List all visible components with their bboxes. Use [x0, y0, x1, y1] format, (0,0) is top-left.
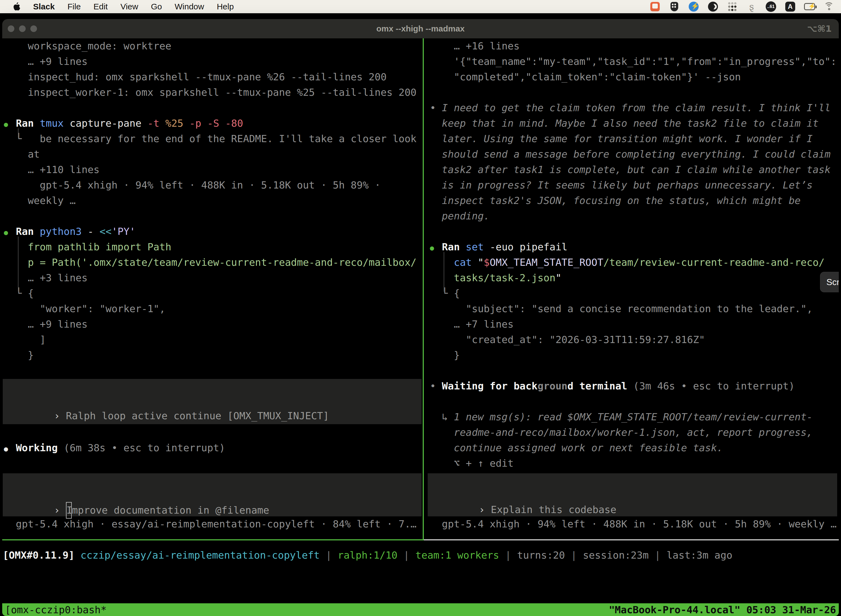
terminal-line: cat "$OMX_TEAM_STATE_ROOT/team/review-cu…	[430, 255, 838, 270]
terminal-line: "worker": "worker-1",	[4, 301, 422, 317]
terminal-text-segment: ●	[4, 441, 10, 457]
desktop: Slack File Edit View Go Window Help ȿ ..…	[0, 0, 841, 616]
terminal-text-segment: ralph:1/10	[338, 550, 398, 561]
terminal-window: omx --xhigh --madmax ⌥⌘1 workspace_mode:…	[2, 19, 839, 616]
apple-menu-icon[interactable]	[13, 2, 21, 11]
terminal-text-segment	[10, 226, 16, 237]
screenshot-icon[interactable]	[649, 1, 661, 12]
left-pane-scrollback[interactable]: workspace_mode: worktree … +9 lines insp…	[4, 38, 422, 363]
menu-file[interactable]: File	[67, 2, 81, 11]
terminal-line: continue assigned work or next feasible …	[430, 440, 838, 456]
terminal-text-segment: |	[499, 550, 517, 561]
terminal-text-segment: set	[466, 241, 484, 252]
menu-go[interactable]: Go	[151, 2, 162, 11]
terminal-text-segment	[219, 117, 225, 129]
left-prompt-input[interactable]: › Improve documentation in @filename	[3, 473, 422, 516]
right-pane-scrollback[interactable]: … +16 lines '{"team_name":"my-team","tas…	[430, 38, 838, 471]
menu-window[interactable]: Window	[175, 2, 204, 11]
terminal-text-segment	[430, 427, 454, 438]
terminal-text-segment	[34, 117, 40, 129]
terminal-text-segment	[75, 550, 81, 561]
terminal-text-segment: 'PY'	[111, 226, 135, 237]
connector-line	[18, 128, 19, 138]
tmux-pane-divider[interactable]	[423, 38, 424, 540]
terminal-line: … +3 lines	[4, 270, 422, 286]
terminal-line: ● Ran python3 - <<'PY'	[4, 224, 422, 239]
battery-icon[interactable]	[804, 1, 815, 12]
terminal-line: '{"team_name":"my-team","task_id":"1","f…	[430, 54, 838, 69]
terminal-text-segment: Waiting for back	[442, 380, 538, 392]
shield-grid-icon[interactable]	[669, 1, 680, 12]
terminal-text-segment	[460, 241, 466, 252]
right-model-status: gpt-5.4 xhigh · 94% left · 488K in · 5.1…	[430, 516, 837, 532]
tmux-session-label[interactable]: [omx-cczip0:bash*	[2, 604, 107, 616]
right-prompt-input[interactable]: › Explain this codebase	[428, 473, 837, 516]
terminal-text-segment: keep that in mind. Maybe I also need the…	[442, 117, 818, 129]
terminal-text-segment: pending.	[442, 210, 489, 221]
left-input-chevron: ›	[54, 505, 66, 516]
terminal-text-segment: $	[484, 257, 490, 268]
terminal-line	[4, 208, 422, 224]
blue-bolt-icon[interactable]	[688, 1, 699, 12]
terminal-text-segment	[430, 133, 442, 144]
terminal-text-segment: from pathlib import Path	[4, 241, 171, 252]
terminal-text-segment: at	[4, 148, 40, 160]
letter-a-icon[interactable]: A	[785, 1, 796, 12]
terminal-text-segment: [OMX#0.11.9]	[3, 550, 75, 561]
terminal-line: └ {	[4, 286, 422, 301]
terminal-text-segment: should send a message before completing …	[442, 148, 831, 160]
dots-grid-icon[interactable]	[727, 1, 738, 12]
terminal-text-segment: Working	[16, 442, 58, 453]
screen-overlay-tooltip: Scre	[820, 272, 839, 292]
wifi-icon[interactable]	[823, 1, 834, 12]
terminal-text-segment: inspect_worker-1: omx sparkshell --tmux-…	[4, 87, 417, 98]
terminal-text-segment: d terminal	[568, 380, 627, 392]
terminal-line: └ {	[430, 286, 838, 301]
menu-view[interactable]: View	[120, 2, 138, 11]
terminal-text-segment: }	[4, 349, 34, 361]
terminal-text-segment: /team/review-current-readme-and-reco/	[604, 257, 825, 268]
terminal-text-segment: ●	[4, 117, 10, 132]
terminal-text-segment: |	[398, 550, 416, 561]
terminal-text-segment	[10, 117, 16, 129]
menu-edit[interactable]: Edit	[94, 2, 108, 11]
terminal-text-segment: workspace_mode: worktree	[4, 40, 171, 51]
terminal-text-segment: team:1 workers	[416, 550, 499, 561]
right-input-chevron: ›	[479, 504, 491, 515]
terminal-text-segment: (3m 46s • esc to interrupt)	[633, 380, 795, 392]
ralph-inject-bar: › Ralph loop active continue [OMX_TMUX_I…	[3, 379, 422, 424]
menu-help[interactable]: Help	[217, 2, 234, 11]
terminal-text-segment: ]	[4, 334, 46, 345]
text-cursor: I	[66, 502, 72, 519]
terminal-line: ↳ 1 new msg(s): read $OMX_TEAM_STATE_ROO…	[430, 409, 838, 425]
terminal-line: ⌥ + ↑ edit	[430, 456, 838, 471]
terminal-text-segment: I need to get the claim token from the c…	[442, 102, 831, 113]
terminal-text-segment: … +110 lines	[4, 164, 100, 175]
terminal-text-segment	[430, 179, 442, 191]
terminal-text-segment: groun	[538, 380, 567, 392]
terminal-text-segment: -S	[207, 117, 219, 129]
badge-61-icon[interactable]: ..61	[765, 1, 777, 12]
terminal-line: … +7 lines	[430, 317, 838, 332]
terminal-line: inspect_hud: omx sparkshell --tmux-pane …	[4, 69, 422, 85]
terminal-text-segment: OMX_TEAM_STATE_ROOT	[490, 257, 604, 268]
window-title: omx --xhigh --madmax	[2, 24, 839, 34]
terminal-line	[430, 85, 838, 100]
terminal-line: task2 after task1 is complete, but can I…	[430, 162, 838, 177]
terminal-line: … +110 lines	[4, 162, 422, 177]
connector-line	[18, 236, 19, 292]
terminal-line: weekly …	[4, 193, 422, 208]
terminal-text-segment: "worker": "worker-1",	[4, 303, 165, 314]
terminal-text-segment: ●	[4, 225, 10, 241]
terminal-text-segment: cat	[454, 257, 472, 268]
moon-icon[interactable]	[708, 1, 718, 12]
terminal-text-segment: … +16 lines	[430, 40, 520, 51]
terminal-line	[430, 224, 838, 239]
menu-app-name[interactable]: Slack	[33, 2, 55, 11]
squiggle-icon[interactable]: ȿ	[746, 1, 757, 12]
terminal-line: readme-and-reco/mailbox/worker-1.json, a…	[430, 425, 838, 440]
terminal-text-segment: ●	[430, 241, 436, 256]
terminal-text-segment: "subject": "send a concise recommendatio…	[430, 303, 813, 314]
terminal-text-segment	[430, 117, 442, 129]
terminal-text-segment: … +9 lines	[4, 56, 88, 67]
